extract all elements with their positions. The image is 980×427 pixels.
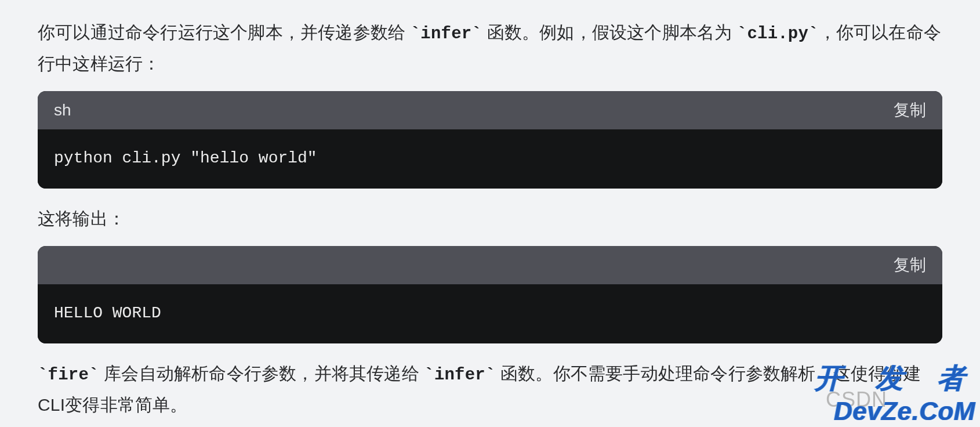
text-span: 函数。例如，假设这个脚本名为	[482, 23, 737, 42]
inline-code-infer: `infer`	[424, 366, 495, 385]
article-content: 你可以通过命令行运行这个脚本，并传递参数给 `infer` 函数。例如，假设这个…	[12, 0, 968, 419]
article-page: 你可以通过命令行运行这个脚本，并传递参数给 `infer` 函数。例如，假设这个…	[0, 0, 980, 427]
paragraph-3: `fire` 库会自动解析命令行参数，并将其传递给 `infer` 函数。你不需…	[38, 359, 942, 419]
copy-button[interactable]: 复制	[894, 254, 926, 276]
text-span: 库会自动解析命令行参数，并将其传递给	[99, 364, 424, 383]
code-block-1: sh 复制 python cli.py "hello world"	[38, 91, 942, 188]
inline-code-clipy: `cli.py`	[737, 24, 819, 44]
inline-code-infer: `infer`	[411, 24, 482, 44]
code-body[interactable]: HELLO WORLD	[38, 284, 942, 343]
code-header: sh 复制	[38, 91, 942, 129]
code-header: 复制	[38, 246, 942, 284]
text-span: 你可以通过命令行运行这个脚本，并传递参数给	[38, 23, 411, 42]
code-language-label: sh	[54, 101, 71, 120]
copy-button[interactable]: 复制	[894, 99, 926, 121]
paragraph-2: 这将输出：	[38, 204, 942, 234]
code-block-2: 复制 HELLO WORLD	[38, 246, 942, 343]
watermark-csdn: CSDN	[826, 388, 887, 412]
inline-code-fire: `fire`	[38, 366, 99, 385]
code-body[interactable]: python cli.py "hello world"	[38, 129, 942, 188]
paragraph-1: 你可以通过命令行运行这个脚本，并传递参数给 `infer` 函数。例如，假设这个…	[38, 17, 942, 78]
